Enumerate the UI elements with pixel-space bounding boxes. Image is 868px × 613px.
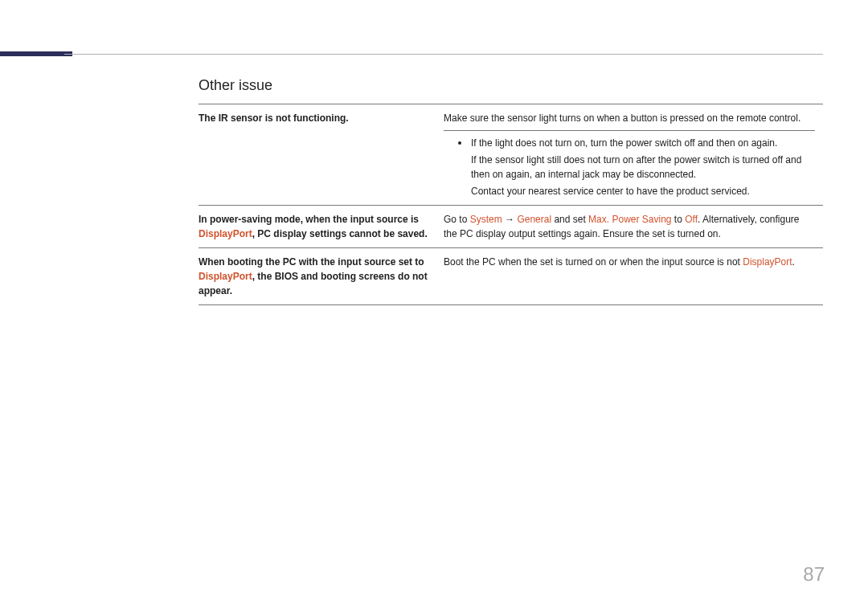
menu-path: General — [517, 214, 551, 225]
bullet-text: If the light does not turn on, turn the … — [471, 136, 815, 150]
content-area: Other issue The IR sensor is not functio… — [199, 77, 823, 305]
solution-cell: Make sure the sensor light turns on when… — [444, 104, 823, 206]
solution-cell: Boot the PC when the set is turned on or… — [444, 248, 823, 305]
page-number: 87 — [803, 563, 825, 586]
issue-cell: In power-saving mode, when the input sou… — [199, 206, 444, 248]
menu-path: Off — [685, 214, 698, 225]
header-accent-bar — [0, 51, 72, 56]
bullet-dot-icon — [458, 141, 461, 145]
solution-text: Go to — [444, 214, 470, 225]
issue-text-pre: In power-saving mode, when the input sou… — [199, 214, 419, 225]
menu-path: System — [470, 214, 502, 225]
bullet-item: If the light does not turn on, turn the … — [444, 136, 815, 150]
solution-text: and set — [551, 214, 588, 225]
header-rule — [64, 54, 823, 55]
menu-path: Max. Power Saving — [588, 214, 671, 225]
section-title: Other issue — [199, 77, 823, 94]
solution-text: . — [792, 256, 795, 268]
solution-followup: Contact your nearest service center to h… — [444, 184, 815, 198]
table-row: In power-saving mode, when the input sou… — [199, 206, 823, 248]
issue-menu-path: DisplayPort — [199, 228, 252, 239]
solution-text: Boot the PC when the set is turned on or… — [444, 256, 743, 268]
solution-followup: If the sensor light still does not turn … — [444, 153, 815, 182]
table-row: The IR sensor is not functioning. Make s… — [199, 104, 823, 206]
solution-cell: Go to System → General and set Max. Powe… — [444, 206, 823, 248]
issue-text-post: , PC display settings cannot be saved. — [252, 228, 428, 239]
menu-path: DisplayPort — [743, 256, 792, 268]
table-row: When booting the PC with the input sourc… — [199, 248, 823, 305]
issue-cell: The IR sensor is not functioning. — [199, 104, 444, 206]
issue-text-pre: When booting the PC with the input sourc… — [199, 256, 424, 268]
solution-sub-rule — [444, 130, 815, 131]
issue-cell: When booting the PC with the input sourc… — [199, 248, 444, 305]
issue-text: The IR sensor is not functioning. — [199, 112, 349, 124]
issue-menu-path: DisplayPort — [199, 271, 252, 282]
issues-table: The IR sensor is not functioning. Make s… — [199, 104, 823, 305]
solution-lead: Make sure the sensor light turns on when… — [444, 111, 815, 125]
solution-text: to — [672, 214, 686, 225]
arrow-text: → — [502, 214, 518, 225]
